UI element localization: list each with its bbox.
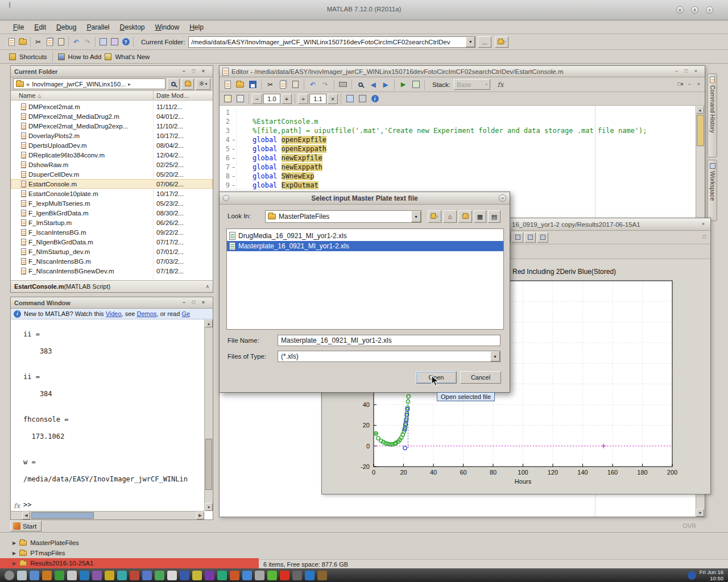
window-shade-button[interactable]: ∨ — [676, 6, 684, 14]
cancel-button[interactable]: Cancel — [460, 371, 501, 384]
scroll-right-icon[interactable]: ▶ — [196, 512, 204, 519]
scroll-down-icon[interactable]: ▼ — [696, 509, 704, 517]
look-in-combobox[interactable]: MasterPlateFiles ▾ — [265, 210, 421, 223]
fx-indicator[interactable]: fx — [14, 502, 20, 510]
files-of-type-dropdown-icon[interactable]: ▾ — [490, 351, 500, 361]
taskbar-app-icon[interactable] — [180, 571, 189, 580]
file-row[interactable]: EstartConsole10plate.m 10/17/2... — [11, 189, 213, 198]
scroll-up-icon[interactable]: ▲ — [205, 319, 213, 327]
file-row[interactable]: EstartConsole.m 07/06/2... — [11, 179, 213, 189]
current-folder-combobox[interactable]: /media/data/EASY/InovImager_jwrCF_WINLin… — [188, 36, 475, 48]
taskbar-app-icon[interactable] — [92, 571, 102, 580]
actions-menu-button[interactable]: ✻▾ — [196, 78, 210, 90]
taskbar-app-icon[interactable] — [317, 571, 327, 580]
taskbar-app-icon[interactable] — [205, 571, 214, 580]
browse-folder-button[interactable]: ... — [478, 36, 491, 48]
taskbar-app-icon[interactable] — [230, 571, 239, 580]
dock-icon[interactable]: − — [673, 68, 680, 75]
open-file-button[interactable] — [234, 79, 246, 90]
copy-button[interactable] — [277, 79, 288, 90]
taskbar-app-icon[interactable] — [142, 571, 152, 580]
window-close-button[interactable]: × — [706, 6, 713, 14]
console-output[interactable]: ii = 383 ii = 384 fhconsole = 173.1062 w… — [11, 319, 204, 511]
info-button[interactable]: i — [369, 93, 380, 105]
menu-window[interactable]: Window — [150, 23, 185, 31]
breadcrumb-expand-icon[interactable]: ▸ — [128, 81, 131, 87]
layout-menu-icon[interactable]: □▾ — [677, 81, 684, 88]
new-file-button[interactable] — [222, 79, 233, 90]
taskbar-app-icon[interactable] — [117, 571, 127, 580]
taskbar-app-icon[interactable] — [30, 571, 39, 580]
dialog-file-list[interactable]: DrugMedia_16_0921_MI_yor1-2.xls Masterpl… — [226, 228, 504, 330]
simulink-button[interactable] — [97, 36, 109, 48]
figure-tool-icon[interactable] — [512, 232, 523, 243]
pin-icon[interactable]: − — [686, 81, 693, 88]
code-line[interactable]: 8-global SWnewExp — [220, 172, 696, 181]
taskbar-app-icon[interactable] — [267, 571, 277, 580]
taskbar-app-icon[interactable] — [130, 571, 139, 580]
dialog-file-row[interactable]: Masterplate_16_0921_MI_yor1-2.xls — [227, 241, 503, 251]
window-maximize-button[interactable]: ∧ — [691, 6, 698, 14]
taskbar-app-icon[interactable] — [155, 571, 164, 580]
file-row[interactable]: F_ImStartup.m 06/26/2... — [11, 218, 213, 227]
taskbar-app-icon[interactable] — [280, 571, 289, 580]
taskbar-app-icon[interactable] — [217, 571, 227, 580]
insert-cell-button[interactable] — [222, 93, 233, 105]
taskbar-app-icon[interactable] — [55, 571, 64, 580]
breadcrumb[interactable]: « InovImager_jwrCF_WINLinx150... ▸ — [13, 78, 166, 89]
dock-figure-icon[interactable]: □ — [701, 234, 708, 241]
breadcrumb-collapse[interactable]: « — [26, 81, 30, 88]
scroll-down-icon[interactable]: ▼ — [205, 503, 213, 511]
file-row[interactable]: F_NIscanIntensBGnewDev.m 07/18/2... — [11, 266, 213, 276]
taskbar-app-icon[interactable] — [292, 571, 302, 580]
file-row[interactable]: F_IscanIntensBG.m 09/22/2... — [11, 227, 213, 237]
code-line[interactable]: 2%EstartConsole.m — [220, 117, 696, 126]
dialog-close-button[interactable]: × — [499, 194, 506, 202]
code-line[interactable]: 6-global newExpfile — [220, 153, 696, 163]
multiply-value-button[interactable]: × — [328, 94, 338, 104]
menu-file[interactable]: File — [8, 23, 29, 31]
console-vertical-scrollbar[interactable]: ▲ ▼ — [204, 319, 213, 511]
stack-combobox[interactable]: Base▾ — [454, 79, 490, 90]
cut-button[interactable]: ✂ — [32, 36, 44, 48]
shortcuts-label[interactable]: Shortcuts — [19, 53, 47, 60]
taskbar-app-icon[interactable] — [80, 571, 89, 580]
breadcrumb-path[interactable]: InovImager_jwrCF_WINLinx150... — [32, 81, 126, 88]
fm-tree-item[interactable]: ▶ Results2016-10-25A1 — [0, 558, 259, 568]
file-row[interactable]: DsuperCellDev.m 05/20/2... — [11, 169, 213, 179]
go-back-button[interactable]: ◀ — [367, 79, 379, 90]
taskbar-app-icon[interactable] — [242, 571, 252, 580]
figure-tool-icon[interactable] — [524, 232, 536, 243]
details-collapse-icon[interactable]: ∧ — [205, 284, 209, 289]
undock-icon[interactable]: □ — [190, 299, 197, 306]
guide-button[interactable] — [109, 36, 120, 48]
cut-button[interactable]: ✂ — [264, 79, 276, 90]
list-view-button[interactable]: ▤ — [488, 210, 500, 223]
file-row[interactable]: DMPexcel2mat.m 11/11/2... — [11, 102, 213, 111]
taskbar-clock[interactable]: Fri Jun 1610:50 — [688, 569, 723, 581]
video-link[interactable]: Video — [106, 310, 122, 317]
column-divider[interactable] — [153, 91, 154, 100]
taskbar-app-icon[interactable] — [167, 571, 177, 580]
scrollbar-thumb[interactable] — [31, 512, 94, 519]
file-row[interactable]: DMPexcel2mat_MediaDrug2.m 04/01/2... — [11, 111, 213, 121]
new-file-button[interactable] — [6, 36, 17, 48]
menu-edit[interactable]: Edit — [29, 23, 51, 31]
redo-button[interactable]: ↷ — [82, 36, 93, 48]
cell-value-input[interactable]: 1.0 — [263, 94, 280, 104]
file-row[interactable]: DReplicate96to384conv.m 12/04/2... — [11, 150, 213, 160]
whats-new-link[interactable]: What's New — [115, 53, 150, 60]
file-row[interactable]: DMPexcel2mat_MediaDrug2exp... 11/10/2... — [11, 121, 213, 131]
console-horizontal-scrollbar[interactable]: ◀ ▶ — [11, 511, 204, 519]
menu-help[interactable]: Help — [184, 23, 209, 31]
close-icon[interactable]: × — [692, 68, 700, 75]
close-icon[interactable]: × — [200, 299, 207, 306]
editor-titlebar[interactable]: Editor - /media/data/EASY/InovImager_jwr… — [220, 66, 705, 77]
file-row[interactable]: F_IgenBkGrdData.m 08/30/2... — [11, 208, 213, 218]
close-icon[interactable]: × — [695, 81, 702, 88]
files-of-type-combobox[interactable]: (*.xls) ▾ — [278, 351, 500, 362]
paste-button[interactable] — [55, 36, 67, 48]
close-icon[interactable]: × — [700, 221, 707, 228]
taskbar-search-icon[interactable] — [17, 571, 27, 580]
expand-icon[interactable]: ▶ — [13, 561, 16, 566]
